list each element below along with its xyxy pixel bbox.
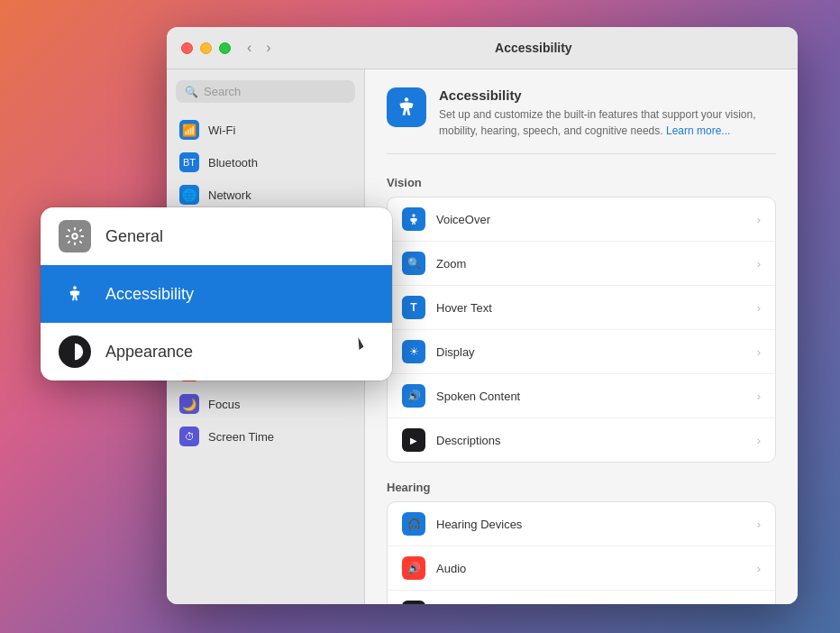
- appearance-popup-icon: [59, 335, 91, 368]
- bluetooth-icon: BT: [179, 152, 199, 172]
- spoken-content-label: Spoken Content: [436, 390, 746, 403]
- zoom-icon: 🔍: [402, 252, 425, 275]
- audio-row[interactable]: 🔊 Audio ›: [388, 546, 775, 591]
- header-section: Accessibility Set up and customize the b…: [387, 87, 776, 154]
- spoken-content-chevron: ›: [757, 390, 761, 403]
- hearing-section-label: Hearing: [387, 481, 776, 494]
- spoken-content-icon: 🔊: [402, 384, 425, 408]
- sidebar-item-wifi[interactable]: 📶 Wi-Fi: [167, 114, 364, 146]
- main-panel: Accessibility Set up and customize the b…: [365, 69, 798, 604]
- popup-label-accessibility: Accessibility: [105, 285, 194, 304]
- voiceover-label: VoiceOver: [436, 213, 746, 226]
- hearing-devices-chevron: ›: [757, 518, 761, 531]
- svg-point-1: [412, 214, 415, 216]
- popup-label-general: General: [105, 227, 163, 246]
- display-row[interactable]: ☀ Display ›: [388, 330, 775, 374]
- captions-row[interactable]: ▶ Captions ›: [388, 591, 775, 604]
- audio-icon: 🔊: [402, 556, 425, 580]
- audio-label: Audio: [436, 562, 746, 575]
- descriptions-chevron: ›: [757, 434, 761, 447]
- sidebar-label-focus: Focus: [208, 398, 240, 411]
- hearing-devices-label: Hearing Devices: [436, 518, 746, 531]
- hover-text-label: Hover Text: [436, 301, 746, 315]
- zoom-chevron: ›: [757, 257, 761, 271]
- sidebar-item-bluetooth[interactable]: BT Bluetooth: [167, 146, 364, 179]
- nav-buttons: ‹ ›: [242, 38, 277, 58]
- wifi-icon: 📶: [179, 120, 199, 140]
- sidebar-item-focus[interactable]: 🌙 Focus: [167, 388, 364, 420]
- sidebar-item-network[interactable]: 🌐 Network: [167, 179, 364, 211]
- voiceover-icon: [402, 207, 425, 231]
- hover-text-row[interactable]: T Hover Text ›: [388, 286, 775, 330]
- display-label: Display: [436, 345, 746, 359]
- header-description: Set up and customize the built-in featur…: [439, 106, 776, 139]
- svg-point-2: [72, 234, 78, 239]
- close-button[interactable]: [181, 42, 193, 54]
- sidebar-label-screen-time: Screen Time: [208, 430, 274, 444]
- sidebar-label-bluetooth: Bluetooth: [208, 156, 258, 170]
- sidebar-label-network: Network: [208, 188, 251, 202]
- forward-button[interactable]: ›: [260, 38, 276, 58]
- spoken-content-row[interactable]: 🔊 Spoken Content ›: [388, 374, 775, 418]
- screen-time-icon: ⏱: [179, 427, 199, 446]
- sidebar-label-wifi: Wi-Fi: [208, 124, 235, 137]
- traffic-lights: [181, 42, 231, 54]
- hearing-settings-group: 🎧 Hearing Devices › 🔊 Audio › ▶ Captions…: [387, 501, 776, 604]
- titlebar: ‹ › Accessibility: [167, 27, 798, 69]
- display-chevron: ›: [757, 345, 761, 359]
- voiceover-chevron: ›: [757, 213, 761, 226]
- hover-text-icon: T: [402, 296, 425, 319]
- search-box[interactable]: 🔍 Search: [176, 80, 355, 103]
- accessibility-popup-icon: [59, 278, 91, 310]
- vision-section-label: Vision: [387, 176, 776, 189]
- search-icon: 🔍: [185, 86, 198, 98]
- network-icon: 🌐: [179, 185, 199, 205]
- popup-item-general[interactable]: General: [41, 207, 392, 265]
- hearing-devices-icon: 🎧: [402, 512, 425, 536]
- maximize-button[interactable]: [219, 42, 231, 54]
- popup-label-appearance: Appearance: [105, 343, 193, 362]
- general-popup-icon: [59, 220, 91, 252]
- svg-point-3: [73, 286, 77, 289]
- learn-more-link[interactable]: Learn more...: [666, 124, 730, 137]
- zoom-label: Zoom: [436, 257, 746, 271]
- popup-item-appearance[interactable]: Appearance: [41, 323, 392, 381]
- window-title: Accessibility: [284, 41, 783, 55]
- captions-icon: ▶: [402, 601, 425, 604]
- descriptions-icon: ▶: [402, 428, 425, 452]
- header-title: Accessibility: [439, 87, 776, 103]
- header-text: Accessibility Set up and customize the b…: [439, 87, 776, 139]
- back-button[interactable]: ‹: [242, 38, 257, 58]
- sidebar-item-screen-time[interactable]: ⏱ Screen Time: [167, 420, 364, 453]
- descriptions-label: Descriptions: [436, 434, 746, 447]
- search-placeholder: Search: [204, 85, 241, 98]
- hearing-devices-row[interactable]: 🎧 Hearing Devices ›: [388, 502, 775, 546]
- voiceover-row[interactable]: VoiceOver ›: [388, 197, 775, 242]
- accessibility-header-icon: [387, 87, 426, 127]
- vision-settings-group: VoiceOver › 🔍 Zoom › T Hover Text › ☀ Di…: [387, 197, 776, 463]
- hover-text-chevron: ›: [757, 301, 761, 315]
- svg-point-0: [405, 97, 408, 101]
- popup-menu: General Accessibility Appearance: [41, 207, 392, 381]
- audio-chevron: ›: [757, 562, 761, 575]
- display-icon: ☀: [402, 340, 425, 363]
- focus-icon: 🌙: [179, 394, 199, 414]
- descriptions-row[interactable]: ▶ Descriptions ›: [388, 418, 775, 462]
- popup-item-accessibility[interactable]: Accessibility: [41, 265, 392, 323]
- minimize-button[interactable]: [200, 42, 212, 54]
- zoom-row[interactable]: 🔍 Zoom ›: [388, 242, 775, 286]
